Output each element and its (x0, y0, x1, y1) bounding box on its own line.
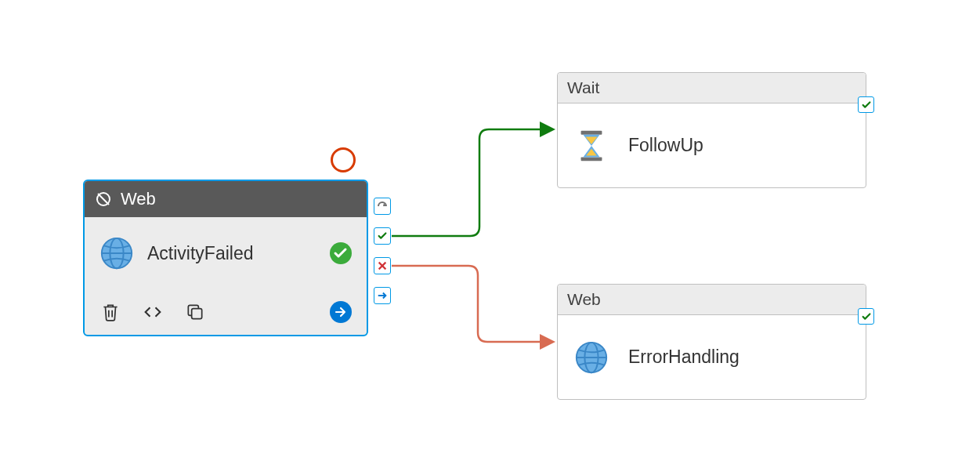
activity-type-label: Wait (567, 78, 599, 97)
breakpoint-indicator[interactable] (331, 147, 356, 172)
completion-handle[interactable] (374, 198, 391, 215)
eye-off-icon (94, 190, 113, 209)
activity-type-label: Web (121, 189, 156, 209)
activity-card-errorhandling[interactable]: Web ErrorHandling (557, 284, 866, 400)
hourglass-icon (572, 126, 611, 165)
activity-name-label: ActivityFailed (147, 243, 316, 264)
activity-name-label: FollowUp (628, 135, 703, 156)
activity-header[interactable]: Wait (558, 73, 866, 103)
arrow-right-circle-icon[interactable] (329, 300, 353, 324)
svg-rect-14 (581, 157, 602, 161)
validation-check-icon[interactable] (858, 308, 874, 325)
globe-icon (99, 235, 135, 271)
svg-line-1 (98, 194, 109, 205)
svg-rect-13 (581, 130, 602, 134)
failure-handle[interactable] (374, 257, 391, 274)
success-handle[interactable] (374, 227, 391, 245)
activity-body: ActivityFailed (85, 217, 367, 289)
skip-handle[interactable] (374, 287, 391, 304)
copy-icon[interactable] (183, 300, 207, 324)
activity-type-label: Web (567, 290, 601, 309)
activity-toolbar (85, 289, 367, 335)
globe-icon (572, 338, 611, 377)
edge-success (392, 129, 552, 236)
pipeline-canvas[interactable]: Web ActivityFailed (0, 0, 980, 461)
activity-header[interactable]: Web (558, 285, 866, 315)
edge-failure (392, 266, 552, 342)
code-icon[interactable] (141, 300, 165, 324)
validation-check-icon[interactable] (858, 96, 874, 113)
trash-icon[interactable] (99, 300, 122, 324)
activity-name-label: ErrorHandling (628, 347, 740, 368)
activity-card-activityfailed[interactable]: Web ActivityFailed (83, 180, 368, 336)
svg-rect-8 (192, 309, 202, 319)
check-circle-icon (329, 241, 353, 265)
activity-body: FollowUp (558, 103, 866, 187)
activity-body: ErrorHandling (558, 315, 866, 399)
activity-header[interactable]: Web (85, 181, 367, 217)
activity-card-followup[interactable]: Wait FollowUp (557, 72, 866, 188)
